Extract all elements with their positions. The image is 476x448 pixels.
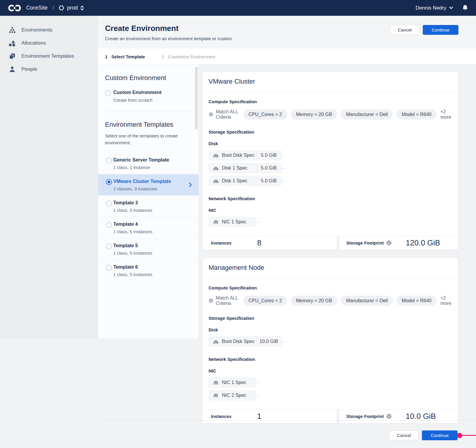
- disk-size: 5.0 GiB: [256, 163, 281, 173]
- disk-spec-row: Boot Disk Spec 10.0 GiB: [209, 336, 281, 347]
- instances-value: 1: [257, 412, 261, 421]
- brand-name[interactable]: CoreSite: [26, 5, 48, 11]
- sidebar-item-allocations[interactable]: Allocations: [0, 37, 98, 50]
- radio-selected[interactable]: [106, 179, 112, 185]
- cancel-button[interactable]: Cancel: [390, 25, 419, 35]
- breadcrumb-separator: /: [52, 5, 54, 11]
- continue-button[interactable]: Continue: [423, 25, 458, 35]
- compute-spec-label: Compute Specification: [209, 285, 452, 290]
- user-menu[interactable]: Dennis Nedry: [416, 5, 453, 11]
- disk-icon: [213, 153, 219, 158]
- radio-unselected[interactable]: [106, 243, 112, 249]
- nic-name: NIC 1 Spec: [222, 380, 246, 385]
- info-icon[interactable]: i: [386, 414, 392, 419]
- storage-footprint-label: Storage Footprint: [346, 240, 384, 245]
- project-icon: [59, 5, 64, 11]
- nic-name: NIC 1 Spec: [222, 219, 246, 225]
- template-item-vmware-cluster[interactable]: VMware Cluster Template 2 classes, 9 ins…: [98, 174, 198, 195]
- template-subtitle: 2 classes, 9 instances: [113, 186, 187, 191]
- template-selection-panel: Custom Environment Custom Environment Cr…: [98, 65, 199, 339]
- sidebar-item-label: Environments: [21, 26, 52, 34]
- nic-icon: [213, 220, 219, 225]
- disk-name: Boot Disk Spec: [222, 339, 254, 344]
- storage-footprint-value: 120.0 GiB: [406, 238, 440, 248]
- info-icon[interactable]: i: [386, 240, 392, 245]
- custom-environment-option[interactable]: Custom Environment Create from scratch: [105, 90, 192, 103]
- template-item-generic-server[interactable]: Generic Server Template 1 class, 1 insta…: [98, 153, 198, 174]
- nic-spec-row: NIC 1 Spec: [209, 217, 256, 227]
- instances-label: Instances: [211, 240, 231, 245]
- match-criteria-label: Match ALL Criteria: [216, 295, 239, 306]
- footer-divider: [98, 420, 476, 421]
- page-title: Create Environment: [105, 24, 178, 33]
- criteria-chip: Memory = 20 GB: [291, 296, 337, 306]
- template-title: VMware Cluster Template: [113, 179, 187, 184]
- gear-icon: ⚙: [209, 112, 213, 117]
- radio-unselected[interactable]: [105, 90, 111, 96]
- disk-spec-row: Boot Disk Spec 5.0 GiB: [209, 150, 281, 160]
- step-number: 1: [105, 54, 107, 59]
- people-icon: [8, 66, 16, 73]
- sidebar-item-environments[interactable]: Environments: [0, 24, 98, 37]
- environment-templates-icon: [8, 53, 16, 60]
- template-subtitle: 1 class, 5 instances: [113, 208, 187, 213]
- template-item-6[interactable]: Template 6 1 class, 5 instances: [98, 260, 198, 281]
- sidebar-nav: Environments Allocations Environment Tem…: [0, 16, 98, 339]
- more-criteria-link[interactable]: +2 more: [440, 109, 452, 120]
- sidebar-item-environment-templates[interactable]: Environment Templates: [0, 50, 98, 63]
- radio-unselected[interactable]: [106, 222, 112, 228]
- footer-actions: Cancel Continue: [389, 430, 458, 440]
- sidebar-item-people[interactable]: People: [0, 63, 98, 76]
- storage-footprint-value: 10.0 GiB: [406, 412, 436, 421]
- template-title: Template 4: [113, 222, 187, 227]
- disk-size: 5.0 GiB: [256, 151, 281, 160]
- match-criteria-label: Match ALL Criteria: [216, 109, 239, 120]
- step-customize-environment[interactable]: 2 Customize Environment: [162, 54, 215, 59]
- disk-spec-row: Disk 1 Spec 5.0 GiB: [209, 176, 281, 186]
- radio-unselected[interactable]: [106, 200, 112, 206]
- nic-icon: [213, 393, 219, 398]
- continue-button[interactable]: Continue: [422, 430, 458, 440]
- disk-icon: [213, 166, 219, 171]
- template-subtitle: 1 class, 5 instances: [113, 272, 187, 277]
- disk-spec-row: Disk 1 Spec 5.0 GiB: [209, 163, 281, 173]
- template-title: Template 3: [113, 200, 187, 206]
- disk-icon: [213, 178, 219, 184]
- project-switcher[interactable]: prod: [59, 5, 84, 11]
- step-select-template[interactable]: 1 Select Template: [105, 54, 145, 59]
- nic-spec-row: NIC 1 Spec: [209, 377, 256, 388]
- disk-size: 10.0 GiB: [256, 337, 281, 346]
- template-item-3[interactable]: Template 3 1 class, 5 instances: [98, 195, 198, 217]
- match-criteria: ⚙ Match ALL Criteria: [209, 109, 239, 120]
- instances-value: 8: [257, 238, 261, 248]
- radio-unselected[interactable]: [106, 265, 112, 271]
- template-list: Generic Server Template 1 class, 1 insta…: [98, 153, 198, 281]
- storage-spec-label: Storage Specification: [209, 129, 452, 134]
- custom-environment-heading: Custom Environment: [105, 65, 192, 82]
- page-header: Create Environment Create an environment…: [98, 16, 476, 48]
- template-item-4[interactable]: Template 4 1 class, 5 instances: [98, 217, 198, 238]
- template-title: Template 5: [113, 243, 187, 248]
- annotation-click-marker: [457, 433, 462, 438]
- notifications-bell-icon[interactable]: [462, 4, 468, 11]
- panel-scrollbar[interactable]: [195, 67, 198, 129]
- compute-spec-label: Compute Specification: [209, 99, 452, 104]
- class-title: VMware Cluster: [209, 78, 452, 85]
- nic-group-label: NIC: [209, 368, 452, 373]
- cancel-button[interactable]: Cancel: [389, 430, 419, 440]
- template-preview: VMware Cluster Compute Specification ⚙ M…: [202, 71, 458, 423]
- disk-name: Disk 1 Spec: [222, 165, 247, 171]
- network-spec-label: Network Specification: [209, 196, 452, 201]
- chevron-right-icon[interactable]: [189, 182, 192, 187]
- more-criteria-link[interactable]: +2 more: [440, 295, 452, 306]
- allocations-icon: [8, 40, 16, 47]
- sidebar-item-label: Allocations: [21, 40, 46, 47]
- class-card-vmware-cluster: VMware Cluster Compute Specification ⚙ M…: [202, 71, 458, 250]
- radio-unselected[interactable]: [106, 158, 112, 164]
- template-subtitle: 1 class, 5 instances: [113, 229, 187, 234]
- criteria-chip: Model = R640: [397, 296, 436, 306]
- template-item-5[interactable]: Template 5 1 class, 5 instances: [98, 238, 198, 260]
- option-title: Custom Environment: [113, 90, 192, 95]
- environments-icon: [8, 26, 16, 34]
- chevron-down-icon: [449, 7, 453, 9]
